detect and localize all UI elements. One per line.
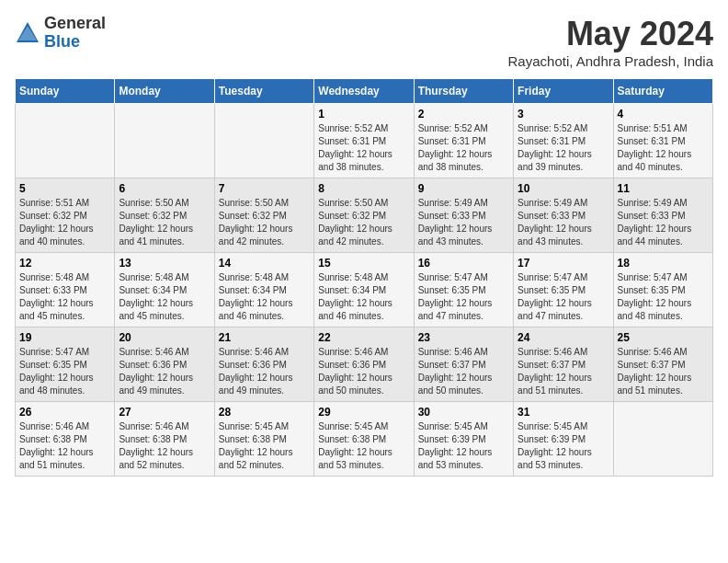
day-info: Sunrise: 5:48 AMSunset: 6:34 PMDaylight:… [119,271,210,323]
calendar-cell: 17Sunrise: 5:47 AMSunset: 6:35 PMDayligh… [514,253,613,327]
calendar-cell: 20Sunrise: 5:46 AMSunset: 6:36 PMDayligh… [115,327,214,402]
day-info: Sunrise: 5:50 AMSunset: 6:32 PMDaylight:… [318,197,409,248]
day-number: 16 [418,257,509,270]
day-info: Sunrise: 5:52 AMSunset: 6:31 PMDaylight:… [318,122,409,174]
calendar-cell: 13Sunrise: 5:48 AMSunset: 6:34 PMDayligh… [115,253,214,327]
calendar-cell: 1Sunrise: 5:52 AMSunset: 6:31 PMDaylight… [314,104,414,178]
day-info: Sunrise: 5:47 AMSunset: 6:35 PMDaylight:… [518,271,609,323]
day-info: Sunrise: 5:46 AMSunset: 6:37 PMDaylight:… [418,346,509,397]
calendar-cell [115,104,214,178]
calendar-cell: 24Sunrise: 5:46 AMSunset: 6:37 PMDayligh… [514,327,613,402]
calendar-cell: 14Sunrise: 5:48 AMSunset: 6:34 PMDayligh… [214,253,313,327]
calendar-cell [613,402,712,477]
calendar-cell: 26Sunrise: 5:46 AMSunset: 6:38 PMDayligh… [16,402,115,477]
day-info: Sunrise: 5:45 AMSunset: 6:39 PMDaylight:… [518,420,609,472]
day-number: 4 [618,108,709,121]
logo-text: General Blue [44,15,106,52]
day-number: 6 [119,182,210,195]
day-info: Sunrise: 5:52 AMSunset: 6:31 PMDaylight:… [518,122,609,174]
calendar-cell: 25Sunrise: 5:46 AMSunset: 6:37 PMDayligh… [613,327,712,402]
calendar-cell: 2Sunrise: 5:52 AMSunset: 6:31 PMDaylight… [414,104,513,178]
calendar-cell: 11Sunrise: 5:49 AMSunset: 6:33 PMDayligh… [613,178,712,253]
day-info: Sunrise: 5:47 AMSunset: 6:35 PMDaylight:… [418,271,509,323]
calendar-table: Sunday Monday Tuesday Wednesday Thursday… [15,78,713,477]
page-header: General Blue May 2024 Rayachoti, Andhra … [15,15,713,69]
day-number: 12 [19,257,110,270]
calendar-week-row: 26Sunrise: 5:46 AMSunset: 6:38 PMDayligh… [16,402,713,477]
header-tuesday: Tuesday [214,79,313,104]
day-number: 29 [318,406,409,419]
day-info: Sunrise: 5:46 AMSunset: 6:37 PMDaylight:… [618,346,709,397]
day-info: Sunrise: 5:49 AMSunset: 6:33 PMDaylight:… [618,197,709,248]
calendar-cell: 27Sunrise: 5:46 AMSunset: 6:38 PMDayligh… [115,402,214,477]
day-info: Sunrise: 5:46 AMSunset: 6:38 PMDaylight:… [119,420,210,472]
day-number: 10 [518,182,609,195]
day-number: 30 [418,406,509,419]
calendar-cell: 21Sunrise: 5:46 AMSunset: 6:36 PMDayligh… [214,327,313,402]
day-number: 17 [518,257,609,270]
header-wednesday: Wednesday [314,79,414,104]
calendar-cell: 31Sunrise: 5:45 AMSunset: 6:39 PMDayligh… [514,402,613,477]
day-number: 5 [19,182,110,195]
calendar-cell: 4Sunrise: 5:51 AMSunset: 6:31 PMDaylight… [613,104,712,178]
day-number: 31 [518,406,609,419]
svg-marker-1 [18,26,37,40]
calendar-cell: 18Sunrise: 5:47 AMSunset: 6:35 PMDayligh… [613,253,712,327]
day-info: Sunrise: 5:46 AMSunset: 6:36 PMDaylight:… [318,346,409,397]
logo: General Blue [15,15,106,52]
month-year-title: May 2024 [508,15,713,53]
day-info: Sunrise: 5:50 AMSunset: 6:32 PMDaylight:… [219,197,310,248]
logo-blue: Blue [44,33,106,52]
day-number: 7 [219,182,310,195]
calendar-week-row: 19Sunrise: 5:47 AMSunset: 6:35 PMDayligh… [16,327,713,402]
day-info: Sunrise: 5:46 AMSunset: 6:37 PMDaylight:… [518,346,609,397]
calendar-cell [214,104,313,178]
header-monday: Monday [115,79,214,104]
calendar-cell: 6Sunrise: 5:50 AMSunset: 6:32 PMDaylight… [115,178,214,253]
calendar-cell: 15Sunrise: 5:48 AMSunset: 6:34 PMDayligh… [314,253,414,327]
calendar-cell: 8Sunrise: 5:50 AMSunset: 6:32 PMDaylight… [314,178,414,253]
calendar-week-row: 12Sunrise: 5:48 AMSunset: 6:33 PMDayligh… [16,253,713,327]
title-block: May 2024 Rayachoti, Andhra Pradesh, Indi… [508,15,713,69]
location-subtitle: Rayachoti, Andhra Pradesh, India [508,53,713,69]
day-number: 21 [219,331,310,344]
calendar-cell: 10Sunrise: 5:49 AMSunset: 6:33 PMDayligh… [514,178,613,253]
calendar-cell: 9Sunrise: 5:49 AMSunset: 6:33 PMDaylight… [414,178,513,253]
calendar-week-row: 1Sunrise: 5:52 AMSunset: 6:31 PMDaylight… [16,104,713,178]
calendar-cell: 28Sunrise: 5:45 AMSunset: 6:38 PMDayligh… [214,402,313,477]
logo-icon [15,20,40,46]
day-number: 19 [19,331,110,344]
day-info: Sunrise: 5:45 AMSunset: 6:38 PMDaylight:… [219,420,310,472]
day-info: Sunrise: 5:50 AMSunset: 6:32 PMDaylight:… [119,197,210,248]
day-info: Sunrise: 5:45 AMSunset: 6:38 PMDaylight:… [318,420,409,472]
day-number: 15 [318,257,409,270]
day-number: 13 [119,257,210,270]
header-saturday: Saturday [613,79,712,104]
calendar-cell [16,104,115,178]
day-number: 20 [119,331,210,344]
calendar-cell: 5Sunrise: 5:51 AMSunset: 6:32 PMDaylight… [16,178,115,253]
calendar-cell: 16Sunrise: 5:47 AMSunset: 6:35 PMDayligh… [414,253,513,327]
calendar-cell: 29Sunrise: 5:45 AMSunset: 6:38 PMDayligh… [314,402,414,477]
day-info: Sunrise: 5:48 AMSunset: 6:34 PMDaylight:… [219,271,310,323]
day-info: Sunrise: 5:47 AMSunset: 6:35 PMDaylight:… [618,271,709,323]
day-number: 25 [618,331,709,344]
day-number: 3 [518,108,609,121]
day-info: Sunrise: 5:49 AMSunset: 6:33 PMDaylight:… [418,197,509,248]
day-info: Sunrise: 5:48 AMSunset: 6:34 PMDaylight:… [318,271,409,323]
calendar-week-row: 5Sunrise: 5:51 AMSunset: 6:32 PMDaylight… [16,178,713,253]
day-info: Sunrise: 5:49 AMSunset: 6:33 PMDaylight:… [518,197,609,248]
day-info: Sunrise: 5:52 AMSunset: 6:31 PMDaylight:… [418,122,509,174]
day-number: 22 [318,331,409,344]
header-sunday: Sunday [16,79,115,104]
day-number: 18 [618,257,709,270]
day-number: 2 [418,108,509,121]
day-info: Sunrise: 5:46 AMSunset: 6:38 PMDaylight:… [19,420,110,472]
day-number: 26 [19,406,110,419]
calendar-header-row: Sunday Monday Tuesday Wednesday Thursday… [16,79,713,104]
day-info: Sunrise: 5:47 AMSunset: 6:35 PMDaylight:… [19,346,110,397]
day-number: 1 [318,108,409,121]
calendar-cell: 7Sunrise: 5:50 AMSunset: 6:32 PMDaylight… [214,178,313,253]
calendar-cell: 12Sunrise: 5:48 AMSunset: 6:33 PMDayligh… [16,253,115,327]
day-number: 8 [318,182,409,195]
